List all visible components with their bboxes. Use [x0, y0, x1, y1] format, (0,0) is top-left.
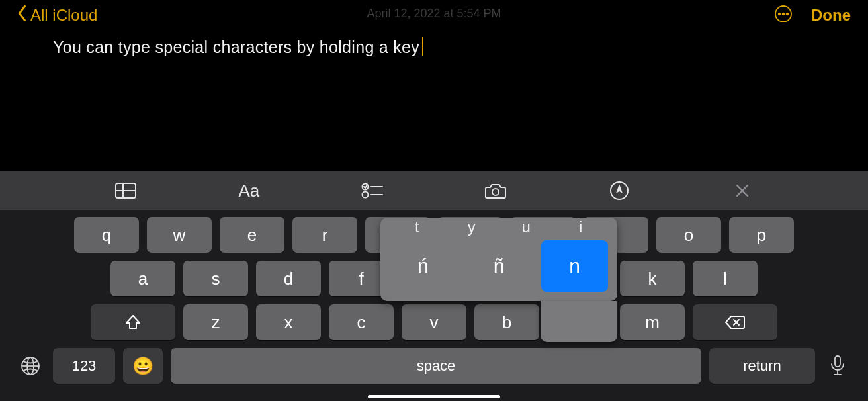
format-toolbar: Aa — [0, 171, 868, 210]
numbers-key[interactable]: 123 — [53, 348, 115, 384]
note-timestamp: April 12, 2022 at 5:54 PM — [367, 7, 501, 21]
globe-key[interactable] — [16, 351, 45, 380]
done-button[interactable]: Done — [811, 6, 851, 24]
svg-rect-20 — [835, 356, 840, 367]
backspace-key[interactable] — [693, 304, 777, 340]
note-text: You can type special characters by holdi… — [53, 38, 419, 56]
dictation-key[interactable] — [823, 351, 852, 380]
key-d[interactable]: d — [256, 261, 321, 296]
markup-button[interactable] — [606, 177, 632, 204]
key-m[interactable]: m — [620, 304, 685, 340]
key-z[interactable]: z — [183, 304, 248, 340]
shift-key[interactable] — [91, 304, 175, 340]
back-label: All iCloud — [30, 6, 97, 24]
svg-point-2 — [783, 13, 785, 15]
home-indicator[interactable] — [368, 395, 500, 398]
accent-option-ñ[interactable]: ñ — [466, 240, 533, 292]
key-c[interactable]: c — [329, 304, 394, 340]
text-format-button[interactable]: Aa — [236, 177, 262, 204]
checklist-button[interactable] — [359, 177, 386, 204]
close-toolbar-button[interactable] — [729, 177, 756, 204]
svg-point-1 — [779, 13, 781, 15]
key-r[interactable]: r — [292, 217, 357, 253]
key-w[interactable]: w — [147, 217, 212, 253]
text-cursor — [422, 37, 423, 56]
obscured-key-t: t — [390, 218, 445, 236]
svg-point-11 — [492, 189, 499, 195]
obscured-key-u: u — [499, 218, 554, 236]
key-b[interactable]: b — [474, 304, 539, 340]
key-x[interactable]: x — [256, 304, 321, 340]
accent-option-n[interactable]: n — [541, 240, 608, 292]
back-button[interactable]: All iCloud — [17, 5, 97, 26]
emoji-key[interactable]: 😀 — [123, 348, 163, 384]
obscured-key-i: i — [554, 218, 609, 236]
key-p[interactable]: p — [729, 217, 794, 253]
more-options-button[interactable] — [774, 5, 793, 26]
key-v[interactable]: v — [402, 304, 466, 340]
accent-popup: tyui ńñn — [380, 218, 617, 301]
accent-option-ń[interactable]: ń — [390, 240, 456, 292]
key-a[interactable]: a — [110, 261, 175, 296]
key-l[interactable]: l — [693, 261, 758, 296]
key-q[interactable]: q — [74, 217, 139, 253]
svg-point-3 — [787, 13, 789, 15]
chevron-left-icon — [17, 5, 28, 26]
camera-button[interactable] — [482, 177, 509, 204]
return-key[interactable]: return — [709, 348, 815, 384]
table-button[interactable] — [112, 177, 139, 204]
svg-point-7 — [362, 184, 368, 190]
key-s[interactable]: s — [183, 261, 248, 296]
obscured-key-y: y — [445, 218, 499, 236]
accent-popup-stem — [541, 301, 617, 342]
note-text-area[interactable]: You can type special characters by holdi… — [53, 37, 815, 57]
key-e[interactable]: e — [220, 217, 284, 253]
key-o[interactable]: o — [656, 217, 721, 253]
space-key[interactable]: space — [171, 348, 701, 384]
svg-point-9 — [362, 192, 368, 198]
key-k[interactable]: k — [620, 261, 685, 296]
